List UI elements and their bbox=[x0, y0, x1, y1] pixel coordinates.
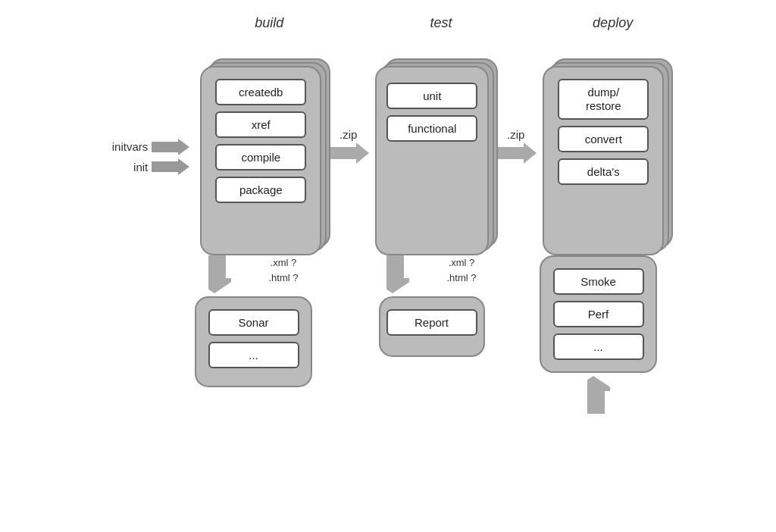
init-label: init bbox=[133, 157, 148, 177]
perf-item: Perf bbox=[553, 301, 644, 327]
svg-marker-3 bbox=[386, 255, 409, 293]
initvars-label: initvars bbox=[112, 136, 149, 157]
test-bottom-col: .xml ?.html ? Report bbox=[368, 255, 496, 357]
deploy-item-deltas: delta's bbox=[558, 158, 649, 185]
report-card: Report bbox=[379, 296, 485, 357]
test-card-front: unit functional bbox=[375, 66, 489, 255]
arrow-right-1 bbox=[152, 139, 189, 155]
test-xml-label: .xml ?.html ? bbox=[446, 255, 476, 285]
sonar-dots-item: ... bbox=[208, 342, 299, 368]
build-item-package: package bbox=[215, 177, 306, 203]
svg-marker-0 bbox=[327, 142, 369, 164]
sonar-card: Sonar ... bbox=[195, 296, 312, 387]
deploy-up-arrow-wrapper bbox=[587, 376, 610, 414]
test-item-functional: functional bbox=[386, 115, 477, 142]
deploy-section: dump/ restore convert delta's bbox=[543, 58, 664, 255]
arrow-to-deploy bbox=[495, 142, 537, 164]
test-section: unit functional bbox=[375, 58, 489, 255]
deploy-bottom-card: Smoke Perf ... bbox=[540, 255, 657, 373]
test-down-arrow bbox=[386, 255, 409, 293]
build-xml-text: .xml ?.html ? bbox=[268, 257, 298, 283]
test-stack: unit functional bbox=[375, 58, 489, 255]
report-item: Report bbox=[386, 309, 477, 336]
build-label: build bbox=[255, 15, 283, 30]
deploy-dots-item: ... bbox=[553, 333, 644, 360]
zip1-label: .zip bbox=[340, 128, 357, 141]
deploy-bottom-col: Smoke Perf ... bbox=[527, 255, 671, 414]
deploy-item-convert: convert bbox=[558, 126, 649, 152]
build-stack: createdb xref compile package bbox=[200, 58, 321, 255]
build-card-front: createdb xref compile package bbox=[200, 66, 321, 255]
build-section: createdb xref compile package bbox=[200, 58, 321, 255]
arrow-right-2 bbox=[152, 158, 189, 175]
svg-marker-1 bbox=[495, 142, 537, 164]
test-label: test bbox=[430, 15, 452, 30]
build-item-createdb: createdb bbox=[215, 79, 306, 105]
build-bottom-col: .xml ?.html ? Sonar ... bbox=[182, 255, 326, 387]
build-item-xref: xref bbox=[215, 111, 306, 138]
deploy-label: deploy bbox=[593, 15, 633, 30]
input-arrows bbox=[152, 139, 189, 175]
build-xml-label: .xml ?.html ? bbox=[268, 255, 298, 285]
sonar-item: Sonar bbox=[208, 309, 299, 336]
smoke-item: Smoke bbox=[553, 268, 644, 295]
deploy-up-arrow bbox=[587, 376, 610, 414]
arrow-to-test bbox=[327, 142, 369, 164]
deploy-item-dump-restore: dump/ restore bbox=[558, 79, 649, 120]
zip2-label: .zip bbox=[507, 128, 524, 141]
deploy-stack: dump/ restore convert delta's bbox=[543, 58, 664, 255]
build-item-compile: compile bbox=[215, 144, 306, 171]
svg-marker-2 bbox=[208, 255, 231, 293]
test-item-unit: unit bbox=[386, 83, 477, 109]
build-down-arrow bbox=[208, 255, 231, 293]
input-labels: initvars init bbox=[112, 136, 149, 177]
deploy-card-front: dump/ restore convert delta's bbox=[543, 66, 664, 255]
diagram: build test deploy initvars init bbox=[0, 0, 776, 532]
svg-marker-4 bbox=[587, 376, 610, 414]
test-xml-text: .xml ?.html ? bbox=[446, 257, 476, 283]
